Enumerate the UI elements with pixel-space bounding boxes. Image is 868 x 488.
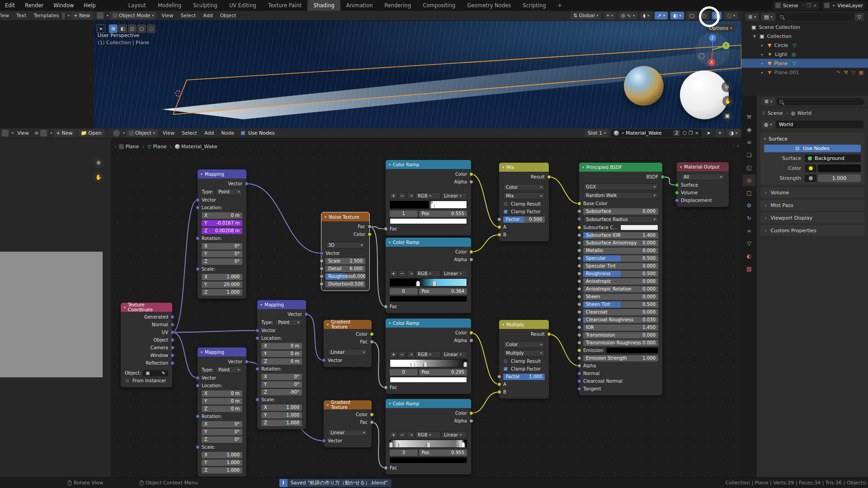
select-tool-3-icon[interactable]: ◫ (128, 24, 137, 33)
input-socket[interactable] (577, 387, 581, 391)
copy-icon[interactable]: ❐ (807, 3, 811, 9)
ramp-stop[interactable] (395, 442, 399, 448)
input-socket[interactable] (255, 398, 259, 402)
output-socket[interactable] (245, 360, 249, 364)
input-socket[interactable] (255, 367, 259, 371)
ramp-stop[interactable] (426, 442, 430, 448)
workspace-tab-uv-editing[interactable]: UV Editing (223, 0, 262, 11)
input-socket[interactable] (577, 287, 581, 291)
snap-node-icon[interactable]: ⌖ (716, 129, 724, 137)
input-socket[interactable] (577, 371, 581, 375)
node-header[interactable]: ▾Mapping (198, 169, 246, 178)
topbar-menu-render[interactable]: Render (20, 2, 48, 9)
color-socket-toggle[interactable] (805, 164, 816, 172)
text-datablock-icon[interactable] (62, 12, 64, 19)
input-socket[interactable] (577, 379, 581, 383)
workspace-tab-texture-paint[interactable]: Texture Paint (262, 0, 307, 11)
copy-material-icon[interactable]: ❐ (689, 130, 693, 136)
output-socket[interactable] (245, 182, 249, 186)
checkbox-clamp-result[interactable]: Clamp Result (499, 200, 549, 208)
image-pan-button[interactable]: ✋ (93, 172, 104, 183)
ramp-interp-dropdown[interactable]: Linear▾ (442, 432, 467, 438)
field-z[interactable]: Z0.00208 m (198, 227, 246, 235)
add-stop-button[interactable]: + (390, 192, 397, 199)
slider-subsurface-anisotropy[interactable]: Subsurface Anisotropy0.000 (579, 239, 662, 247)
workspace-tab-geometry-nodes[interactable]: Geometry Nodes (461, 0, 517, 11)
node-header[interactable]: ▾Mapping (198, 347, 246, 357)
node-header[interactable]: ▾Noise Texture (321, 212, 369, 221)
input-socket[interactable] (196, 267, 200, 271)
input-socket[interactable] (255, 328, 259, 333)
dropdown[interactable]: Linear▾ (324, 428, 372, 437)
color-input-emission[interactable]: Emission (579, 347, 662, 354)
viewport-menu-select[interactable]: Select (177, 13, 199, 19)
shading-wireframe-button[interactable]: ▢ (687, 12, 697, 19)
output-socket[interactable] (170, 353, 175, 357)
node-gradient-texture[interactable]: ▾Gradient TextureColorFacLinear▾Vector (324, 320, 372, 367)
field-z[interactable]: Z1.000 (257, 419, 306, 427)
output-socket[interactable] (469, 258, 473, 262)
node-multiply[interactable]: ▾MultiplyResultColor▾Multiply▾Clamp Resu… (499, 320, 549, 399)
world-datablock-icon[interactable]: ◍▾ (761, 121, 775, 128)
output-socket[interactable] (170, 361, 175, 365)
ramp-index-pos[interactable]: 3Pos0.955 (386, 449, 471, 456)
overlay-dropdown-icon[interactable]: ◑▾ (726, 129, 740, 137)
slider-emission-strength[interactable]: Emission Strength1.000 (579, 354, 662, 362)
input-socket[interactable] (322, 439, 326, 443)
input-socket[interactable] (577, 217, 581, 221)
image-canvas[interactable] (0, 252, 103, 377)
properties-tab-material[interactable]: ◐ (743, 250, 755, 262)
slider-distortion[interactable]: Distortion0.500 (321, 280, 369, 288)
dropdown[interactable]: Mix▾ (499, 192, 549, 200)
slider-scale[interactable]: Scale2.500 (321, 257, 369, 265)
node-color-ramp[interactable]: ▾Color RampColorAlpha+−▾RGB▾Linear▾0Pos0… (386, 319, 471, 394)
shader-editor-type-icon[interactable] (113, 130, 120, 136)
visibility-dropdown[interactable]: ◖▾ (640, 12, 652, 19)
output-socket[interactable] (368, 232, 372, 236)
slider-roughness[interactable]: Roughness0.500 (579, 270, 662, 277)
workspace-tab-compositing[interactable]: Compositing (417, 0, 461, 11)
node-mix[interactable]: ▾MixResultColor▾Mix▾Clamp Result✓Clamp F… (499, 163, 549, 241)
slider-factor[interactable]: Factor0.500 (499, 216, 549, 223)
slider-subsurface[interactable]: Subsurface0.000 (579, 207, 662, 215)
node-header[interactable]: ▾Color Ramp (386, 399, 471, 408)
pan-hand-button[interactable]: ✋ (722, 96, 733, 107)
panel-mist-pass[interactable]: ›Mist Pass (760, 200, 864, 211)
object-field[interactable]: Object:▣✎ (121, 369, 172, 377)
ramp-toolbar[interactable]: +−▾RGB▾Linear▾ (386, 431, 471, 439)
node-header[interactable]: ▾Color Ramp (386, 238, 471, 247)
output-socket[interactable] (370, 420, 374, 424)
node-noise-texture[interactable]: ▾Noise TextureFacColor3D▾VectorScale2.50… (321, 212, 369, 291)
breadcrumb-world[interactable]: World (797, 110, 811, 116)
node-header[interactable]: ▾Color Ramp (386, 319, 471, 328)
input-socket[interactable] (320, 282, 324, 286)
workspace-tab-scripting[interactable]: Scripting (517, 0, 552, 11)
properties-tab-world[interactable]: ◎ (743, 174, 755, 186)
input-socket[interactable] (577, 295, 581, 299)
props-search-input[interactable] (776, 98, 864, 105)
pin-icon[interactable]: ➤ (703, 130, 714, 136)
input-socket[interactable] (577, 348, 581, 352)
dropdown[interactable]: Color▾ (499, 183, 549, 192)
shading-rendered-button[interactable]: ◌▾ (724, 12, 738, 19)
input-socket[interactable] (577, 364, 581, 368)
input-socket[interactable] (675, 198, 679, 202)
open-image-button[interactable]: 📁 Open (78, 129, 104, 137)
ramp-active-color-swatch[interactable] (386, 376, 471, 384)
field-y[interactable]: Y0° (198, 428, 246, 436)
node-header[interactable]: ▾Gradient Texture (324, 320, 372, 329)
dropdown[interactable]: Random Walk▾ (579, 191, 662, 200)
slider-anisotropic[interactable]: Anisotropic0.000 (579, 277, 662, 285)
input-socket[interactable] (675, 191, 679, 195)
field-y[interactable]: Y0 m (198, 397, 246, 405)
input-socket[interactable] (196, 206, 200, 210)
ramp-colormode-dropdown[interactable]: RGB▾ (415, 351, 441, 358)
editor-type-icon[interactable] (97, 12, 104, 19)
ramp-toolbar[interactable]: +−▾RGB▾Linear▾ (386, 192, 471, 200)
ramp-stop[interactable] (430, 203, 434, 209)
ramp-gradient-bar[interactable] (386, 439, 471, 449)
dropdown[interactable]: All▾ (677, 173, 729, 181)
node-header[interactable]: ▾Texture Coordinate (121, 303, 172, 312)
node-principled-bsdf[interactable]: ▾Principled BSDFBSDFGGX▾Random Walk▾Base… (579, 163, 662, 395)
ramp-index-pos[interactable]: 0Pos0.364 (386, 287, 471, 295)
